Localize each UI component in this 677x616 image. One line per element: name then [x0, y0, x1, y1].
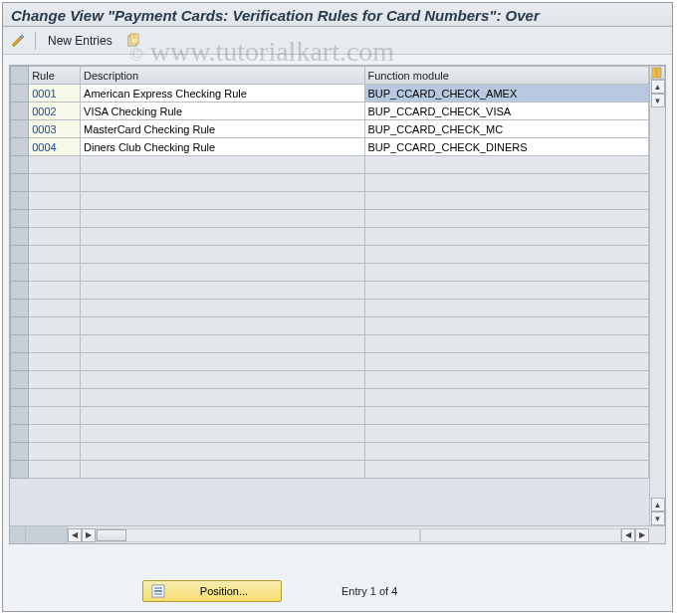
cell-description[interactable]: American Express Checking Rule — [81, 85, 364, 103]
svg-rect-8 — [154, 590, 162, 592]
row-selector[interactable] — [11, 192, 29, 210]
cell-rule[interactable]: 0002 — [29, 103, 81, 120]
table-row — [11, 443, 649, 461]
table-row — [11, 210, 649, 228]
cell-function-module[interactable]: BUP_CCARD_CHECK_VISA — [364, 103, 649, 120]
empty-cell — [81, 228, 364, 246]
svg-rect-9 — [154, 593, 162, 595]
row-selector[interactable] — [11, 407, 29, 425]
col-header-function-module[interactable]: Function module — [364, 67, 649, 85]
row-selector[interactable] — [11, 264, 29, 282]
empty-cell — [29, 156, 81, 174]
empty-cell — [364, 156, 649, 174]
cell-description[interactable]: VISA Checking Rule — [81, 103, 364, 120]
row-selector[interactable] — [11, 389, 29, 407]
empty-cell — [81, 371, 364, 389]
empty-cell — [364, 210, 649, 228]
cell-function-module[interactable]: BUP_CCARD_CHECK_DINERS — [364, 138, 649, 156]
table-row — [11, 228, 649, 246]
empty-cell — [364, 300, 649, 317]
table-row — [11, 335, 649, 353]
copy-icon[interactable] — [124, 32, 142, 50]
row-selector[interactable] — [11, 335, 29, 353]
table-row: 0004Diners Club Checking RuleBUP_CCARD_C… — [11, 138, 649, 156]
toolbar: New Entries — [3, 27, 672, 55]
empty-cell — [364, 461, 649, 479]
cell-description[interactable]: MasterCard Checking Rule — [81, 120, 364, 138]
scroll-down-small-icon[interactable]: ▼ — [651, 94, 665, 107]
cell-function-module[interactable]: BUP_CCARD_CHECK_AMEX — [364, 85, 649, 103]
cell-rule[interactable]: 0004 — [29, 138, 81, 156]
row-selector[interactable] — [11, 246, 29, 264]
empty-cell — [81, 300, 364, 317]
row-selector[interactable] — [11, 443, 29, 461]
empty-cell — [29, 246, 81, 264]
empty-cell — [81, 192, 364, 210]
row-selector[interactable] — [11, 425, 29, 443]
table-row — [11, 425, 649, 443]
empty-cell — [364, 443, 649, 461]
scroll-right-icon[interactable]: ▶ — [635, 528, 649, 542]
row-selector[interactable] — [11, 371, 29, 389]
empty-cell — [81, 425, 364, 443]
scroll-up-icon[interactable]: ▲ — [651, 80, 665, 94]
table-row — [11, 192, 649, 210]
vertical-scrollbar: ▲ ▼ ▲ ▼ — [649, 80, 665, 525]
row-selector[interactable] — [11, 174, 29, 192]
row-selector[interactable] — [11, 317, 29, 335]
row-selector[interactable] — [11, 461, 29, 479]
toggle-display-change-icon[interactable] — [9, 32, 27, 50]
table-row — [11, 389, 649, 407]
scroll-up-small-icon[interactable]: ▲ — [651, 498, 665, 512]
select-all-header[interactable] — [11, 67, 29, 85]
empty-cell — [364, 264, 649, 282]
scroll-down-icon[interactable]: ▼ — [651, 512, 665, 525]
row-selector[interactable] — [11, 353, 29, 371]
empty-cell — [364, 246, 649, 264]
empty-cell — [29, 389, 81, 407]
row-selector[interactable] — [11, 103, 29, 120]
row-selector[interactable] — [11, 138, 29, 156]
col-header-rule[interactable]: Rule — [29, 67, 81, 85]
col-header-description[interactable]: Description — [81, 67, 364, 85]
row-selector[interactable] — [11, 300, 29, 317]
svg-rect-4 — [652, 68, 656, 78]
row-selector[interactable] — [11, 85, 29, 103]
hscroll-pad — [10, 526, 26, 543]
new-entries-button[interactable]: New Entries — [44, 34, 116, 48]
table-row — [11, 461, 649, 479]
table-configure-icon[interactable] — [649, 66, 665, 80]
footer: Position... Entry 1 of 4 — [3, 574, 672, 608]
table-row — [11, 371, 649, 389]
table-row: 0003MasterCard Checking RuleBUP_CCARD_CH… — [11, 120, 649, 138]
table-row — [11, 282, 649, 300]
cell-rule[interactable]: 0003 — [29, 120, 81, 138]
row-selector[interactable] — [11, 228, 29, 246]
empty-cell — [81, 407, 364, 425]
empty-cell — [364, 317, 649, 335]
empty-cell — [364, 335, 649, 353]
table-row — [11, 407, 649, 425]
row-selector[interactable] — [11, 156, 29, 174]
cell-description[interactable]: Diners Club Checking Rule — [81, 138, 364, 156]
position-button-label: Position... — [173, 585, 275, 597]
position-button[interactable]: Position... — [142, 580, 282, 602]
empty-cell — [29, 425, 81, 443]
scroll-left-icon[interactable]: ◀ — [68, 528, 82, 542]
entry-status: Entry 1 of 4 — [341, 585, 397, 597]
cell-function-module[interactable]: BUP_CCARD_CHECK_MC — [364, 120, 649, 138]
horizontal-scrollbar-desc[interactable]: ◀ ▶ — [68, 526, 420, 543]
scroll-right-icon[interactable]: ▶ — [82, 528, 96, 542]
empty-cell — [81, 156, 364, 174]
horizontal-scrollbar-func[interactable]: ◀ ▶ — [420, 526, 649, 543]
cell-rule[interactable]: 0001 — [29, 85, 81, 103]
empty-cell — [29, 228, 81, 246]
empty-cell — [29, 300, 81, 317]
scrollbar-thumb[interactable] — [97, 529, 126, 541]
table-row — [11, 317, 649, 335]
row-selector[interactable] — [11, 210, 29, 228]
scroll-left-icon[interactable]: ◀ — [621, 528, 635, 542]
row-selector[interactable] — [11, 282, 29, 300]
row-selector[interactable] — [11, 120, 29, 138]
table-row — [11, 246, 649, 264]
